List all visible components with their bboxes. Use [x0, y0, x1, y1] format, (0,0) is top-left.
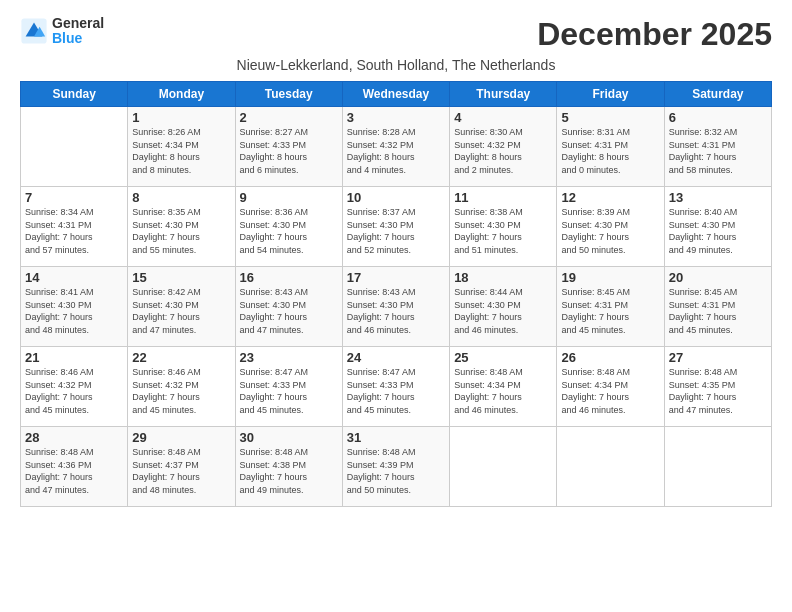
day-number: 16: [240, 270, 338, 285]
day-info: Sunrise: 8:48 AM Sunset: 4:36 PM Dayligh…: [25, 446, 123, 496]
day-number: 8: [132, 190, 230, 205]
header-saturday: Saturday: [664, 82, 771, 107]
day-cell: 20Sunrise: 8:45 AM Sunset: 4:31 PM Dayli…: [664, 267, 771, 347]
day-cell: 15Sunrise: 8:42 AM Sunset: 4:30 PM Dayli…: [128, 267, 235, 347]
header-row: Sunday Monday Tuesday Wednesday Thursday…: [21, 82, 772, 107]
week-row-3: 14Sunrise: 8:41 AM Sunset: 4:30 PM Dayli…: [21, 267, 772, 347]
day-number: 23: [240, 350, 338, 365]
day-info: Sunrise: 8:42 AM Sunset: 4:30 PM Dayligh…: [132, 286, 230, 336]
day-info: Sunrise: 8:38 AM Sunset: 4:30 PM Dayligh…: [454, 206, 552, 256]
subtitle: Nieuw-Lekkerland, South Holland, The Net…: [20, 57, 772, 73]
day-cell: 29Sunrise: 8:48 AM Sunset: 4:37 PM Dayli…: [128, 427, 235, 507]
day-number: 26: [561, 350, 659, 365]
week-row-5: 28Sunrise: 8:48 AM Sunset: 4:36 PM Dayli…: [21, 427, 772, 507]
logo-blue: Blue: [52, 31, 104, 46]
day-cell: 9Sunrise: 8:36 AM Sunset: 4:30 PM Daylig…: [235, 187, 342, 267]
day-number: 1: [132, 110, 230, 125]
day-cell: 31Sunrise: 8:48 AM Sunset: 4:39 PM Dayli…: [342, 427, 449, 507]
day-info: Sunrise: 8:45 AM Sunset: 4:31 PM Dayligh…: [669, 286, 767, 336]
day-cell: 6Sunrise: 8:32 AM Sunset: 4:31 PM Daylig…: [664, 107, 771, 187]
day-number: 9: [240, 190, 338, 205]
day-info: Sunrise: 8:48 AM Sunset: 4:37 PM Dayligh…: [132, 446, 230, 496]
day-number: 3: [347, 110, 445, 125]
day-number: 19: [561, 270, 659, 285]
day-info: Sunrise: 8:47 AM Sunset: 4:33 PM Dayligh…: [240, 366, 338, 416]
calendar-table: Sunday Monday Tuesday Wednesday Thursday…: [20, 81, 772, 507]
day-info: Sunrise: 8:34 AM Sunset: 4:31 PM Dayligh…: [25, 206, 123, 256]
header-monday: Monday: [128, 82, 235, 107]
day-cell: 30Sunrise: 8:48 AM Sunset: 4:38 PM Dayli…: [235, 427, 342, 507]
day-cell: 19Sunrise: 8:45 AM Sunset: 4:31 PM Dayli…: [557, 267, 664, 347]
day-number: 4: [454, 110, 552, 125]
day-number: 30: [240, 430, 338, 445]
logo-text: General Blue: [52, 16, 104, 47]
day-info: Sunrise: 8:36 AM Sunset: 4:30 PM Dayligh…: [240, 206, 338, 256]
day-number: 13: [669, 190, 767, 205]
day-cell: 26Sunrise: 8:48 AM Sunset: 4:34 PM Dayli…: [557, 347, 664, 427]
day-number: 11: [454, 190, 552, 205]
day-cell: [21, 107, 128, 187]
day-cell: 25Sunrise: 8:48 AM Sunset: 4:34 PM Dayli…: [450, 347, 557, 427]
day-number: 22: [132, 350, 230, 365]
day-number: 25: [454, 350, 552, 365]
day-cell: 23Sunrise: 8:47 AM Sunset: 4:33 PM Dayli…: [235, 347, 342, 427]
day-number: 14: [25, 270, 123, 285]
day-info: Sunrise: 8:31 AM Sunset: 4:31 PM Dayligh…: [561, 126, 659, 176]
day-cell: 16Sunrise: 8:43 AM Sunset: 4:30 PM Dayli…: [235, 267, 342, 347]
day-cell: 3Sunrise: 8:28 AM Sunset: 4:32 PM Daylig…: [342, 107, 449, 187]
day-number: 18: [454, 270, 552, 285]
day-info: Sunrise: 8:48 AM Sunset: 4:38 PM Dayligh…: [240, 446, 338, 496]
day-cell: 2Sunrise: 8:27 AM Sunset: 4:33 PM Daylig…: [235, 107, 342, 187]
day-cell: 17Sunrise: 8:43 AM Sunset: 4:30 PM Dayli…: [342, 267, 449, 347]
day-info: Sunrise: 8:26 AM Sunset: 4:34 PM Dayligh…: [132, 126, 230, 176]
month-title: December 2025: [537, 16, 772, 53]
day-cell: [557, 427, 664, 507]
day-info: Sunrise: 8:48 AM Sunset: 4:34 PM Dayligh…: [454, 366, 552, 416]
day-cell: 8Sunrise: 8:35 AM Sunset: 4:30 PM Daylig…: [128, 187, 235, 267]
day-cell: 14Sunrise: 8:41 AM Sunset: 4:30 PM Dayli…: [21, 267, 128, 347]
day-cell: [450, 427, 557, 507]
day-info: Sunrise: 8:45 AM Sunset: 4:31 PM Dayligh…: [561, 286, 659, 336]
day-info: Sunrise: 8:46 AM Sunset: 4:32 PM Dayligh…: [132, 366, 230, 416]
day-cell: [664, 427, 771, 507]
day-info: Sunrise: 8:40 AM Sunset: 4:30 PM Dayligh…: [669, 206, 767, 256]
day-cell: 27Sunrise: 8:48 AM Sunset: 4:35 PM Dayli…: [664, 347, 771, 427]
logo: General Blue: [20, 16, 104, 47]
day-number: 12: [561, 190, 659, 205]
week-row-4: 21Sunrise: 8:46 AM Sunset: 4:32 PM Dayli…: [21, 347, 772, 427]
day-info: Sunrise: 8:43 AM Sunset: 4:30 PM Dayligh…: [347, 286, 445, 336]
logo-general: General: [52, 16, 104, 31]
header-sunday: Sunday: [21, 82, 128, 107]
day-info: Sunrise: 8:46 AM Sunset: 4:32 PM Dayligh…: [25, 366, 123, 416]
day-cell: 5Sunrise: 8:31 AM Sunset: 4:31 PM Daylig…: [557, 107, 664, 187]
day-number: 5: [561, 110, 659, 125]
day-info: Sunrise: 8:32 AM Sunset: 4:31 PM Dayligh…: [669, 126, 767, 176]
day-info: Sunrise: 8:48 AM Sunset: 4:39 PM Dayligh…: [347, 446, 445, 496]
day-cell: 18Sunrise: 8:44 AM Sunset: 4:30 PM Dayli…: [450, 267, 557, 347]
day-number: 28: [25, 430, 123, 445]
day-info: Sunrise: 8:44 AM Sunset: 4:30 PM Dayligh…: [454, 286, 552, 336]
day-number: 15: [132, 270, 230, 285]
day-number: 10: [347, 190, 445, 205]
header: General Blue December 2025: [20, 16, 772, 53]
day-number: 21: [25, 350, 123, 365]
header-friday: Friday: [557, 82, 664, 107]
day-info: Sunrise: 8:27 AM Sunset: 4:33 PM Dayligh…: [240, 126, 338, 176]
day-info: Sunrise: 8:30 AM Sunset: 4:32 PM Dayligh…: [454, 126, 552, 176]
day-number: 2: [240, 110, 338, 125]
day-number: 7: [25, 190, 123, 205]
day-cell: 21Sunrise: 8:46 AM Sunset: 4:32 PM Dayli…: [21, 347, 128, 427]
week-row-1: 1Sunrise: 8:26 AM Sunset: 4:34 PM Daylig…: [21, 107, 772, 187]
day-number: 20: [669, 270, 767, 285]
day-cell: 7Sunrise: 8:34 AM Sunset: 4:31 PM Daylig…: [21, 187, 128, 267]
page: General Blue December 2025 Nieuw-Lekkerl…: [0, 0, 792, 519]
week-row-2: 7Sunrise: 8:34 AM Sunset: 4:31 PM Daylig…: [21, 187, 772, 267]
header-thursday: Thursday: [450, 82, 557, 107]
day-cell: 11Sunrise: 8:38 AM Sunset: 4:30 PM Dayli…: [450, 187, 557, 267]
day-info: Sunrise: 8:39 AM Sunset: 4:30 PM Dayligh…: [561, 206, 659, 256]
day-info: Sunrise: 8:28 AM Sunset: 4:32 PM Dayligh…: [347, 126, 445, 176]
day-cell: 24Sunrise: 8:47 AM Sunset: 4:33 PM Dayli…: [342, 347, 449, 427]
day-number: 17: [347, 270, 445, 285]
day-cell: 10Sunrise: 8:37 AM Sunset: 4:30 PM Dayli…: [342, 187, 449, 267]
day-info: Sunrise: 8:35 AM Sunset: 4:30 PM Dayligh…: [132, 206, 230, 256]
